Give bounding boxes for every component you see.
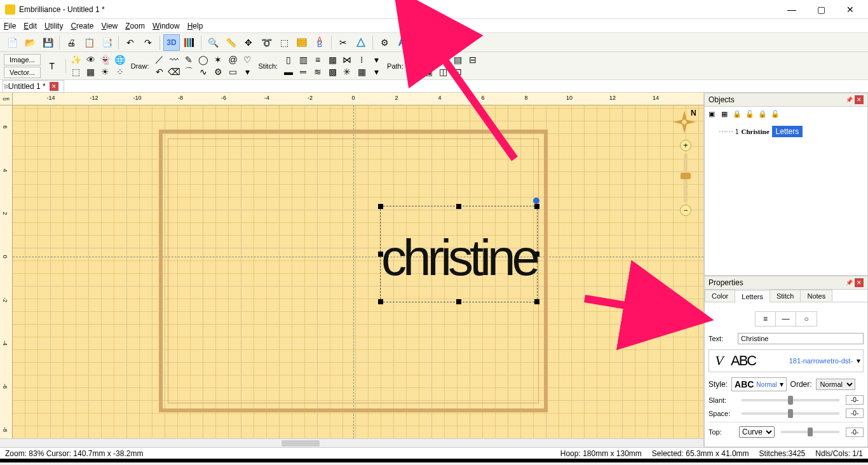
maximize-button[interactable]: ▢ — [812, 2, 830, 17]
panel-pin-icon[interactable]: 📌 — [844, 95, 853, 104]
path-8[interactable]: ◫ — [437, 66, 451, 78]
outline-button[interactable] — [353, 34, 369, 51]
image-button[interactable]: Image... — [4, 54, 41, 65]
color-bars-button[interactable] — [181, 34, 198, 51]
globe-icon[interactable]: 🌐 — [113, 54, 127, 65]
text-tool-button[interactable]: T — [42, 55, 62, 78]
menu-window[interactable]: Window — [153, 22, 180, 30]
rect-tool[interactable]: ▭ — [226, 66, 240, 78]
stitch-12[interactable]: ✳ — [340, 66, 354, 78]
eraser-tool[interactable]: ⌫ — [167, 66, 181, 78]
menu-help[interactable]: Help — [187, 22, 203, 30]
path-4[interactable]: ▤ — [451, 54, 465, 65]
arc-tool[interactable]: ⌒ — [182, 66, 196, 78]
stitch-3[interactable]: ≡ — [311, 54, 325, 65]
panel-close-icon[interactable]: ✕ — [855, 95, 864, 104]
copy-button[interactable]: 📋 — [81, 34, 97, 51]
obj-lock-1[interactable]: 🔒 — [731, 108, 743, 119]
panel-close-icon[interactable]: ✕ — [855, 278, 864, 287]
top-select[interactable]: Curve — [739, 426, 775, 438]
zoom-out-button[interactable]: − — [680, 205, 691, 216]
menu-create[interactable]: Create — [71, 22, 93, 30]
path-10[interactable] — [466, 66, 480, 78]
pan-button[interactable]: ✥ — [240, 34, 257, 51]
menu-zoom[interactable]: Zoom — [125, 22, 145, 30]
object-item[interactable]: ⋯⋯ 1 Christine Letters — [707, 125, 865, 138]
path-7[interactable]: ▣ — [422, 66, 436, 78]
path-5[interactable]: ⊟ — [466, 54, 480, 65]
ghost-icon[interactable]: 👻 — [98, 54, 112, 65]
sun-icon[interactable]: ☀ — [98, 66, 112, 78]
stitch-7[interactable]: ▾ — [369, 54, 383, 65]
stitch-13[interactable]: ▦ — [355, 66, 369, 78]
resize-handle-tl[interactable] — [378, 204, 383, 209]
font-selector[interactable]: V ABC 181-narrowretro-dst- ▾ — [709, 349, 864, 372]
resize-handle-tm[interactable] — [456, 204, 461, 209]
stitch-14[interactable]: ▾ — [369, 66, 383, 78]
stitch-9[interactable]: ═ — [296, 66, 310, 78]
stitch-11[interactable]: ▩ — [325, 66, 339, 78]
path-3[interactable]: ◫ — [437, 54, 451, 65]
path-1[interactable]: ✂ — [407, 54, 421, 65]
zoom-button[interactable]: 🔍 — [205, 34, 221, 51]
freehand-tool[interactable]: ✎ — [182, 54, 196, 65]
text-object-selected[interactable]: christine — [380, 206, 538, 302]
vector-button[interactable]: Vector... — [4, 67, 41, 78]
obj-tool-1[interactable]: ▣ — [706, 108, 717, 119]
menu-edit[interactable]: Edit — [24, 22, 37, 30]
menu-file[interactable]: File — [4, 22, 16, 30]
new-button[interactable]: 📄 — [4, 34, 20, 51]
publish-button[interactable]: 🗄 — [412, 34, 428, 51]
tab-notes[interactable]: Notes — [800, 290, 832, 302]
space-slider[interactable] — [742, 412, 839, 415]
wave-tool[interactable]: ∿ — [196, 66, 210, 78]
heart-tool[interactable]: ♡ — [240, 54, 254, 65]
font-dropdown-icon[interactable]: ▾ — [857, 356, 860, 365]
line-tool[interactable]: ／ — [153, 54, 166, 65]
menu-view[interactable]: View — [101, 22, 118, 30]
tab-close-icon[interactable]: ✕ — [50, 82, 58, 91]
tab-stitch[interactable]: Stitch — [770, 290, 801, 302]
document-tab[interactable]: Untitled 1 * ✕ — [3, 80, 64, 92]
close-button[interactable]: ✕ — [841, 2, 859, 17]
spiral-tool[interactable]: @ — [226, 54, 240, 65]
big-a-button[interactable]: A — [394, 34, 410, 51]
undo-button[interactable]: ↶ — [122, 34, 139, 51]
magic-wand-icon[interactable]: ✨ — [69, 54, 83, 65]
redo-button[interactable]: ↷ — [140, 34, 156, 51]
stitch-edit-button[interactable]: ✂ — [335, 34, 351, 51]
canvas-area[interactable]: cm -14 -12 -10 -8 -6 -4 -2 0 2 4 6 8 10 … — [0, 93, 704, 447]
rotate-handle[interactable] — [533, 198, 539, 204]
stitch-4[interactable]: ▦ — [325, 54, 339, 65]
open-button[interactable]: 📂 — [22, 34, 38, 51]
order-select[interactable]: Normal — [816, 379, 855, 390]
zoom-in-button[interactable]: + — [680, 140, 691, 151]
obj-tool-2[interactable]: ▦ — [719, 108, 730, 119]
resize-handle-br[interactable] — [534, 299, 539, 304]
stitch-2[interactable]: ▥ — [296, 54, 310, 65]
obj-lock-2[interactable]: 🔓 — [744, 108, 756, 119]
canvas[interactable]: christine N + − — [13, 105, 703, 438]
rect-dd-tool[interactable]: ▾ — [240, 66, 254, 78]
text-input[interactable] — [738, 333, 864, 344]
top-slider[interactable] — [781, 431, 839, 433]
path-9[interactable]: ⊡ — [451, 66, 465, 78]
3d-button[interactable]: 3D — [163, 34, 180, 51]
align-circle-button[interactable]: ○ — [796, 312, 817, 326]
eye-icon[interactable]: 👁 — [84, 54, 98, 65]
menu-utility[interactable]: Utility — [44, 22, 63, 30]
library-button[interactable] — [294, 34, 310, 51]
zoom-slider[interactable]: + − — [679, 140, 692, 216]
stitch-5[interactable]: ⋈ — [340, 54, 354, 65]
preferences-button[interactable]: ⚙ — [376, 34, 393, 51]
dots-icon[interactable]: ⁘ — [113, 66, 127, 78]
obj-lock-4[interactable]: 🔓 — [770, 108, 781, 119]
path-6[interactable] — [407, 66, 421, 78]
stitch-1[interactable]: ▯ — [281, 54, 295, 65]
minimize-button[interactable]: — — [783, 2, 801, 17]
stitch-6[interactable]: ⁞ — [355, 54, 369, 65]
print-button[interactable]: 🖨 — [63, 34, 79, 51]
stitch-8[interactable]: ▬ — [281, 66, 295, 78]
undo-draw[interactable]: ↶ — [153, 66, 166, 78]
slant-slider[interactable] — [742, 399, 839, 401]
